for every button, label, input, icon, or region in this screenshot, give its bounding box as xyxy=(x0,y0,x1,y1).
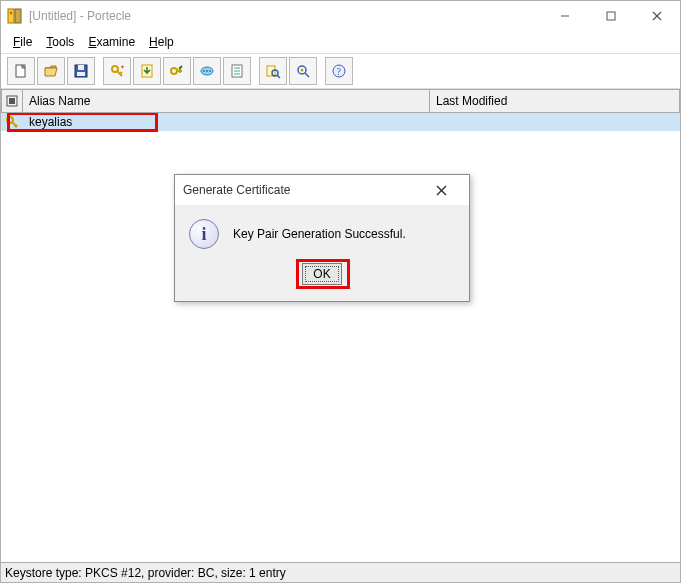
svg-line-29 xyxy=(277,75,280,78)
svg-line-31 xyxy=(305,73,309,77)
dialog-body: i Key Pair Generation Successful. xyxy=(175,205,469,255)
window-controls xyxy=(542,1,680,31)
statusbar: Keystore type: PKCS #12, provider: BC, s… xyxy=(1,562,680,582)
titlebar: [Untitled] - Portecle xyxy=(1,1,680,31)
svg-rect-36 xyxy=(9,98,15,104)
menu-tools[interactable]: Tools xyxy=(40,33,80,51)
generate-certificate-dialog: Generate Certificate i Key Pair Generati… xyxy=(174,174,470,302)
toolbar-keystore-report[interactable] xyxy=(223,57,251,85)
toolbar-examine-cert[interactable] xyxy=(259,57,287,85)
toolbar-save-keystore[interactable] xyxy=(67,57,95,85)
svg-point-20 xyxy=(203,70,205,72)
dialog-title: Generate Certificate xyxy=(183,183,290,197)
toolbar-open-keystore[interactable] xyxy=(37,57,65,85)
svg-point-2 xyxy=(10,12,13,15)
maximize-button[interactable] xyxy=(588,1,634,31)
close-button[interactable] xyxy=(634,1,680,31)
svg-line-13 xyxy=(120,72,122,74)
svg-rect-1 xyxy=(15,9,21,23)
svg-rect-4 xyxy=(607,12,615,20)
toolbar-set-password[interactable] xyxy=(193,57,221,85)
app-icon xyxy=(7,8,23,24)
status-text: Keystore type: PKCS #12, provider: BC, s… xyxy=(5,566,286,580)
dialog-close-button[interactable] xyxy=(421,176,461,204)
info-icon: i xyxy=(189,219,219,249)
toolbar-import-trusted[interactable] xyxy=(133,57,161,85)
table-header: Alias Name Last Modified xyxy=(1,89,680,113)
toolbar-help[interactable]: ? xyxy=(325,57,353,85)
toolbar: ✦ ? xyxy=(1,53,680,89)
svg-text:✦: ✦ xyxy=(120,64,125,70)
main-window: [Untitled] - Portecle File Tools Examine… xyxy=(0,0,681,583)
toolbar-import-keypair[interactable] xyxy=(163,57,191,85)
keypair-icon xyxy=(1,115,23,129)
menubar: File Tools Examine Help xyxy=(1,31,680,53)
ok-button[interactable]: OK xyxy=(302,263,342,285)
table-row[interactable]: keyalias xyxy=(1,113,680,131)
svg-rect-10 xyxy=(77,72,85,76)
menu-examine[interactable]: Examine xyxy=(82,33,141,51)
column-header-modified[interactable]: Last Modified xyxy=(430,90,680,112)
toolbar-new-keystore[interactable] xyxy=(7,57,35,85)
svg-point-22 xyxy=(209,70,211,72)
svg-line-39 xyxy=(15,125,17,127)
svg-point-21 xyxy=(206,70,208,72)
dialog-titlebar: Generate Certificate xyxy=(175,175,469,205)
cell-alias: keyalias xyxy=(23,115,430,129)
dialog-button-row: OK xyxy=(175,255,469,301)
column-header-alias[interactable]: Alias Name xyxy=(23,90,430,112)
column-header-type-icon[interactable] xyxy=(1,90,23,112)
svg-point-32 xyxy=(301,69,304,72)
svg-rect-9 xyxy=(78,65,84,70)
svg-rect-0 xyxy=(8,9,14,23)
toolbar-examine-ssl[interactable] xyxy=(289,57,317,85)
toolbar-generate-keypair[interactable]: ✦ xyxy=(103,57,131,85)
window-title: [Untitled] - Portecle xyxy=(29,9,131,23)
keystore-content: keyalias Generate Certificate i Key Pair… xyxy=(1,113,680,562)
svg-text:?: ? xyxy=(337,66,342,77)
menu-help[interactable]: Help xyxy=(143,33,180,51)
menu-file[interactable]: File xyxy=(7,33,38,51)
dialog-message: Key Pair Generation Successful. xyxy=(233,227,406,241)
minimize-button[interactable] xyxy=(542,1,588,31)
